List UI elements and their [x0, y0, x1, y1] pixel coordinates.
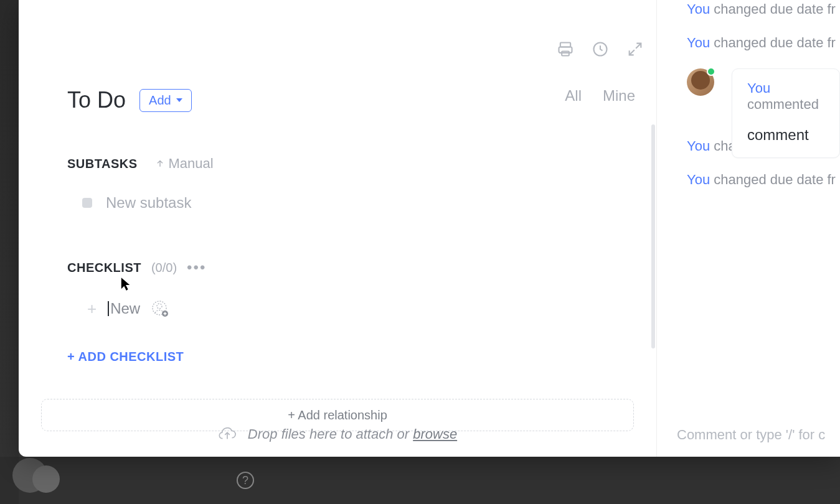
cloud-upload-icon	[218, 426, 237, 443]
activity-entry: You changed due date fr	[657, 1, 840, 17]
actor-you: You	[687, 1, 710, 17]
checklist-more-menu[interactable]: •••	[187, 259, 206, 276]
add-button-label: Add	[149, 93, 171, 108]
arrow-up-icon	[155, 159, 165, 169]
actor-you: You	[687, 172, 710, 187]
activity-text: changed due date fr	[710, 35, 836, 50]
subtasks-sort-label: Manual	[169, 156, 214, 172]
comment-header-text: commented	[747, 96, 819, 112]
expand-icon[interactable]	[626, 40, 644, 60]
svg-point-5	[157, 304, 162, 309]
subtasks-heading: SUBTASKS	[67, 157, 138, 171]
attachment-dropzone[interactable]: Drop files here to attach or browse	[19, 426, 656, 443]
activity-text: changed due date fr	[710, 172, 836, 187]
history-icon[interactable]	[592, 40, 609, 60]
svg-rect-2	[562, 52, 569, 56]
add-relationship-label: + Add relationship	[288, 408, 387, 422]
bottom-tray: ?	[0, 457, 840, 504]
comment-card[interactable]: You commented comment	[732, 68, 840, 158]
add-checklist-button[interactable]: + ADD CHECKLIST	[67, 350, 608, 364]
dropzone-text: Drop files here to attach or	[248, 426, 413, 442]
new-subtask-input[interactable]	[106, 194, 355, 212]
activity-text: changed due date fr	[710, 1, 836, 17]
actor-you: You	[747, 80, 770, 96]
chevron-down-icon	[176, 98, 182, 102]
new-subtask-row[interactable]	[67, 194, 608, 212]
checklist-count: (0/0)	[151, 261, 177, 275]
activity-entry: You changed due date fr	[657, 172, 840, 188]
checklist-new-input[interactable]: New	[108, 300, 140, 317]
svg-rect-0	[560, 43, 570, 47]
activity-filter-tabs: All Mine	[565, 87, 635, 105]
comment-body: comment	[747, 126, 824, 144]
help-button[interactable]: ?	[237, 472, 254, 489]
cursor-pointer-icon	[120, 276, 131, 295]
activity-sidebar: You changed due date fr You changed due …	[657, 0, 840, 457]
task-modal: To Do Add All Mine SUBTASKS Manual	[19, 0, 840, 457]
comment-input[interactable]: Comment or type '/' for c	[677, 427, 840, 443]
assignee-add-icon[interactable]	[151, 300, 169, 317]
filter-all-tab[interactable]: All	[565, 87, 582, 105]
print-icon[interactable]	[557, 40, 574, 60]
actor-you: You	[687, 35, 710, 50]
scrollbar[interactable]	[651, 124, 655, 348]
activity-entry: You changed due date fr	[657, 35, 840, 51]
add-button[interactable]: Add	[139, 89, 192, 112]
app-sidebar-blurred	[0, 0, 19, 504]
subtasks-sort-toggle[interactable]: Manual	[155, 156, 214, 172]
plus-icon[interactable]: +	[87, 301, 97, 317]
presence-indicator-icon	[707, 67, 715, 76]
checklist-new-row[interactable]: + New	[67, 300, 608, 317]
task-title[interactable]: To Do	[67, 87, 126, 113]
status-square-icon[interactable]	[82, 198, 92, 208]
checklist-heading: CHECKLIST	[67, 261, 141, 275]
filter-mine-tab[interactable]: Mine	[603, 87, 635, 105]
comment-entry: You commented comment	[687, 68, 840, 158]
task-top-toolbar	[557, 40, 644, 60]
tray-avatar-secondary[interactable]	[32, 465, 60, 493]
task-main-column: To Do Add All Mine SUBTASKS Manual	[19, 0, 657, 457]
browse-link[interactable]: browse	[413, 426, 457, 442]
